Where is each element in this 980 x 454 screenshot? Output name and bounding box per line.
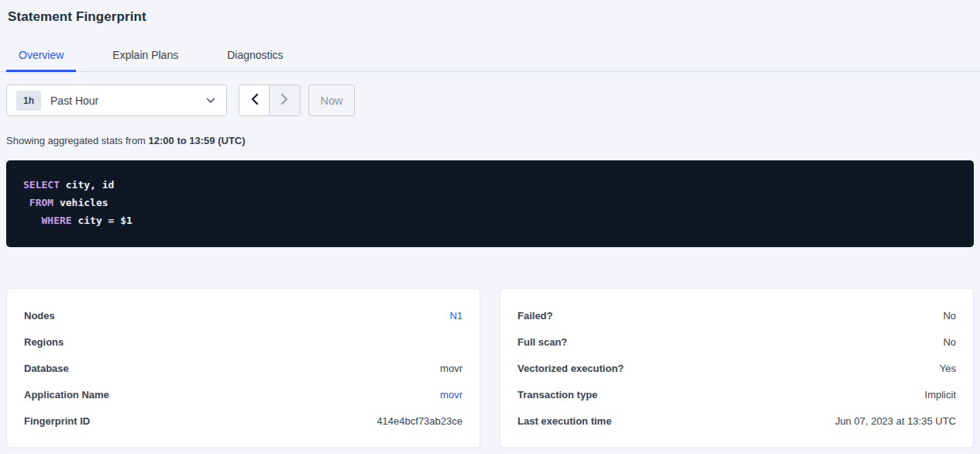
- sql-keyword: SELECT: [23, 179, 60, 191]
- database-value: movr: [440, 363, 462, 374]
- chevron-right-icon: [280, 93, 289, 108]
- transaction-type-value: Implicit: [925, 389, 956, 401]
- sql-statement-box: SELECT city, id FROM vehicles WHERE city…: [6, 160, 974, 247]
- nodes-value-link[interactable]: N1: [449, 310, 462, 322]
- table-row: Nodes N1: [24, 302, 462, 328]
- vectorized-execution-value: Yes: [940, 363, 956, 374]
- next-time-button[interactable]: [270, 85, 300, 115]
- stats-time-range: 12:00 to 13:59 (UTC): [149, 135, 246, 146]
- table-row: Failed? No: [518, 302, 956, 328]
- failed-value: No: [943, 310, 956, 322]
- chevron-left-icon: [250, 93, 259, 108]
- summary-cards: Nodes N1 Regions Database movr Applicati…: [6, 288, 974, 448]
- page-title: Statement Fingerprint: [8, 9, 980, 26]
- time-interval-badge: 1h: [16, 91, 41, 111]
- fingerprint-id-label: Fingerprint ID: [24, 415, 90, 427]
- database-label: Database: [24, 363, 69, 374]
- sql-text: city, id: [60, 179, 114, 191]
- statement-fingerprint-page: Statement Fingerprint Overview Explain P…: [0, 9, 980, 454]
- sql-text: city = $1: [72, 215, 132, 226]
- fingerprint-id-value: 414e4bcf73ab23ce: [377, 415, 462, 427]
- time-range-label: Past Hour: [50, 95, 98, 107]
- regions-label: Regions: [24, 336, 64, 348]
- full-scan-value: No: [943, 336, 956, 348]
- tab-overview[interactable]: Overview: [6, 43, 76, 72]
- table-row: Full scan? No: [518, 328, 956, 355]
- table-row: Database movr: [24, 355, 462, 381]
- table-row: Fingerprint ID 414e4bcf73ab23ce: [24, 408, 462, 434]
- table-row: Transaction type Implicit: [518, 381, 956, 408]
- sql-line: WHERE city = $1: [23, 212, 957, 229]
- failed-label: Failed?: [518, 310, 553, 322]
- last-execution-time-value: Jun 07, 2023 at 13:35 UTC: [835, 415, 956, 427]
- prev-time-button[interactable]: [239, 85, 270, 115]
- table-row: Application Name movr: [24, 381, 462, 408]
- summary-card-right: Failed? No Full scan? No Vectorized exec…: [500, 288, 974, 448]
- sql-keyword: FROM: [29, 197, 53, 208]
- table-row: Last execution time Jun 07, 2023 at 13:3…: [518, 408, 956, 434]
- time-range-dropdown[interactable]: 1h Past Hour: [6, 84, 227, 116]
- application-name-link[interactable]: movr: [440, 389, 462, 401]
- nodes-label: Nodes: [24, 310, 55, 322]
- sql-text: vehicles: [53, 197, 108, 208]
- transaction-type-label: Transaction type: [518, 389, 597, 401]
- chevron-down-icon: [206, 98, 215, 104]
- stats-line-prefix: Showing aggregated stats from: [6, 135, 149, 146]
- time-controls: 1h Past Hour Now: [6, 84, 980, 116]
- sql-line: FROM vehicles: [23, 194, 957, 212]
- now-button[interactable]: Now: [308, 84, 355, 116]
- table-row: Vectorized execution? Yes: [518, 355, 956, 381]
- aggregated-stats-line: Showing aggregated stats from 12:00 to 1…: [6, 135, 980, 147]
- tab-diagnostics[interactable]: Diagnostics: [215, 43, 295, 72]
- sql-keyword: WHERE: [41, 215, 71, 226]
- application-name-label: Application Name: [24, 389, 109, 401]
- summary-card-left: Nodes N1 Regions Database movr Applicati…: [6, 288, 480, 448]
- sql-line: SELECT city, id: [23, 176, 957, 194]
- last-execution-time-label: Last execution time: [518, 415, 611, 427]
- table-row: Regions: [24, 328, 462, 355]
- full-scan-label: Full scan?: [518, 336, 567, 348]
- vectorized-execution-label: Vectorized execution?: [518, 363, 624, 374]
- tab-bar: Overview Explain Plans Diagnostics: [0, 43, 980, 72]
- time-step-group: [239, 84, 301, 116]
- tab-explain-plans[interactable]: Explain Plans: [100, 43, 191, 72]
